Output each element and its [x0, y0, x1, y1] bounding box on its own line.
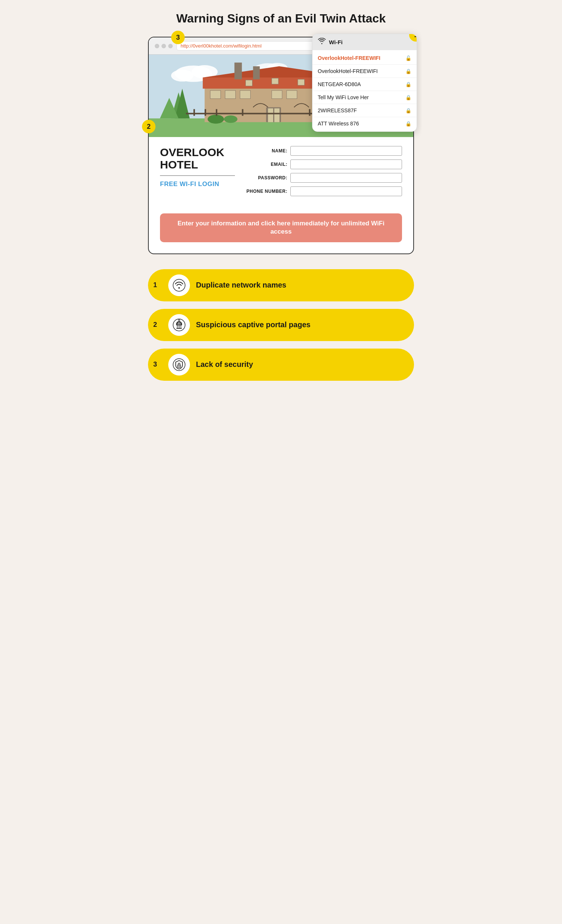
svg-point-33: [207, 115, 224, 124]
svg-point-57: [179, 365, 179, 366]
svg-rect-29: [298, 80, 305, 86]
wifi-network-name-3: NETGEAR-6D80A: [318, 81, 361, 87]
lock-icon-3: 🔒: [406, 82, 412, 87]
warning-num-3: 3: [153, 360, 162, 368]
phone-input[interactable]: [290, 186, 402, 196]
wifi-network-list: OverlookHotel-FREEWIFI 🔓 OverlookHotel-F…: [313, 50, 417, 131]
wifi-panel-icon: [318, 38, 326, 46]
warning-item-2: 2 Suspicious captive portal pa: [148, 309, 414, 341]
svg-rect-23: [287, 91, 297, 99]
svg-rect-21: [240, 91, 251, 99]
svg-rect-28: [272, 78, 278, 84]
password-input[interactable]: [290, 173, 402, 183]
browser-dots: [155, 44, 173, 48]
svg-point-3: [171, 70, 194, 82]
hotel-wifi-label: FREE WI-FI LOGIN: [160, 180, 235, 188]
hotel-left: OVERLOOK HOTEL FREE WI-FI LOGIN: [160, 146, 235, 188]
svg-rect-38: [193, 110, 195, 116]
password-row: PASSWORD:: [246, 173, 402, 183]
phone-row: PHONE NUMBER:: [246, 186, 402, 196]
svg-rect-41: [242, 110, 243, 116]
email-label: EMAIL:: [246, 162, 287, 167]
hotel-divider: [160, 175, 235, 176]
svg-rect-31: [268, 109, 273, 122]
email-row: EMAIL:: [246, 159, 402, 169]
hotel-content: OVERLOOK HOTEL FREE WI-FI LOGIN NAME: EM…: [149, 137, 413, 207]
warning-item-1: 1 Duplicate network names: [148, 269, 414, 302]
name-input[interactable]: [290, 146, 402, 156]
name-label: NAME:: [246, 148, 287, 153]
wifi-panel-title: Wi-Fi: [329, 39, 343, 45]
warning-text-1: Duplicate network names: [196, 281, 286, 290]
wifi-network-item-3[interactable]: NETGEAR-6D80A 🔒: [313, 78, 417, 91]
warning-icon-circle-2: [168, 314, 190, 336]
wifi-network-name-6: ATT Wireless 876: [318, 120, 359, 126]
wifi-network-item-2[interactable]: OverlookHotel-FREEWIFI 🔒: [313, 65, 417, 78]
page-title: Warning Signs of an Evil Twin Attack: [148, 11, 414, 26]
lock-icon-4: 🔒: [406, 95, 412, 100]
lock-icon-1: 🔓: [406, 56, 412, 61]
wifi-panel: 1 Wi-Fi OverlookHotel-FREEWIFI 🔓 Overloo…: [312, 34, 417, 132]
wifi-network-name-2: OverlookHotel-FREEWIFI: [318, 68, 378, 74]
svg-point-34: [224, 116, 237, 123]
svg-rect-32: [274, 109, 279, 122]
svg-rect-39: [204, 110, 206, 116]
wifi-panel-header: Wi-Fi: [313, 34, 417, 50]
warning-icon-circle-3: [168, 354, 190, 375]
svg-rect-19: [210, 91, 221, 99]
dot-3: [168, 44, 173, 48]
cage-icon: [173, 319, 185, 332]
submit-button[interactable]: Enter your information and click here im…: [160, 213, 402, 242]
email-input[interactable]: [290, 159, 402, 169]
svg-rect-16: [234, 63, 242, 80]
warning-text-3: Lack of security: [196, 360, 253, 369]
browser-window: 3 2 http://0verl00khotel.com/wifilogin.h…: [148, 37, 414, 254]
name-row: NAME:: [246, 146, 402, 156]
dot-2: [161, 44, 166, 48]
hotel-form: NAME: EMAIL: PASSWORD: PHONE NUMBER:: [246, 146, 402, 200]
svg-rect-22: [272, 91, 282, 99]
svg-rect-42: [309, 110, 311, 116]
wifi-network-item-5[interactable]: 2WIRELESS87F 🔒: [313, 104, 417, 117]
wifi-network-name-1: OverlookHotel-FREEWIFI: [318, 55, 380, 61]
shield-lock-icon: [173, 358, 185, 371]
lock-icon-5: 🔒: [406, 108, 412, 114]
wifi-network-item-6[interactable]: ATT Wireless 876 🔒: [313, 117, 417, 130]
warning-icon-circle-1: [168, 274, 190, 296]
password-label: PASSWORD:: [246, 175, 287, 180]
wifi-network-name-4: Tell My WiFi Love Her: [318, 94, 369, 100]
hotel-name: OVERLOOK HOTEL: [160, 146, 235, 171]
svg-rect-40: [216, 110, 217, 116]
svg-point-46: [173, 279, 185, 291]
lock-icon-2: 🔒: [406, 69, 412, 74]
wifi-network-name-5: 2WIRELESS87F: [318, 108, 357, 114]
wifi-signal-icon: [173, 279, 185, 292]
svg-rect-27: [246, 80, 252, 86]
svg-rect-20: [225, 91, 236, 99]
warning-items-section: 1 Duplicate network names 2: [148, 269, 414, 381]
phone-label: PHONE NUMBER:: [246, 189, 287, 194]
warning-num-1: 1: [153, 281, 162, 289]
warning-num-2: 2: [153, 321, 162, 329]
wifi-network-item-1[interactable]: OverlookHotel-FREEWIFI 🔓: [313, 52, 417, 65]
lock-icon-6: 🔒: [406, 121, 412, 126]
warning-item-3: 3 Lack of security: [148, 348, 414, 381]
svg-rect-17: [253, 66, 260, 80]
wifi-network-item-4[interactable]: Tell My WiFi Love Her 🔒: [313, 91, 417, 104]
warning-text-2: Suspicious captive portal pages: [196, 321, 311, 329]
dot-1: [155, 44, 159, 48]
